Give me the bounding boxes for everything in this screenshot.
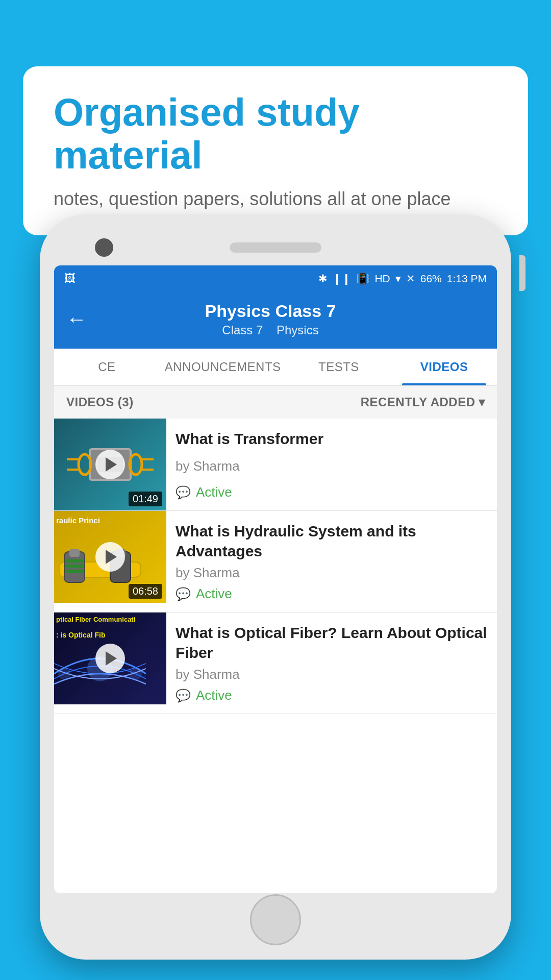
signal-icon: ❙❙ [333,273,351,285]
optical-text-overlay-1: ptical Fiber Communicati [56,616,166,624]
status-bar: 🖼 ✱ ❙❙ 📳 HD ▾ ✕ 66% 1:13 PM [54,265,497,292]
video-item-hydraulic[interactable]: raulic Princi [54,511,497,612]
tab-videos-label: VIDEOS [420,360,468,374]
back-arrow-icon: ← [66,308,87,331]
bluetooth-icon: ✱ [318,273,328,285]
vibrate-icon: 📳 [356,273,369,285]
sort-label: RECENTLY ADDED [361,395,475,409]
tab-ce-label: CE [98,360,115,374]
status-chat-icon-3: 💬 [176,689,191,703]
speech-bubble-container: Organised study material notes, question… [23,66,528,235]
status-bar-right: ✱ ❙❙ 📳 HD ▾ ✕ 66% 1:13 PM [318,273,487,285]
video-author-3: by Sharma [176,667,488,682]
video-title-3: What is Optical Fiber? Learn About Optic… [176,623,488,663]
battery-label: 66% [420,273,442,285]
video-thumbnail-1: 01:49 [54,419,166,510]
svg-rect-15 [65,570,84,573]
play-button-2[interactable] [95,542,125,572]
status-label-1: Active [196,484,232,500]
video-duration-1: 01:49 [129,492,162,506]
tab-tests-label: TESTS [318,360,359,374]
status-label-3: Active [196,688,232,703]
speech-bubble-heading: Organised study material [54,91,497,176]
status-bar-left: 🖼 [64,272,76,285]
wifi-icon: ▾ [395,273,401,285]
data-icon: ✕ [406,273,415,285]
speech-bubble-subtext: notes, question papers, solutions all at… [54,188,497,210]
play-triangle-icon-2 [106,550,117,564]
hydraulic-text-overlay: raulic Princi [56,515,100,526]
video-status-1: 💬 Active [176,484,488,500]
play-button-3[interactable] [95,644,125,673]
video-author-1: by Sharma [176,458,488,474]
svg-rect-14 [65,565,84,568]
video-status-2: 💬 Active [176,586,488,602]
tab-announcements-label: ANNOUNCEMENTS [165,360,281,374]
video-item-optical[interactable]: ptical Fiber Communicati : is Optical Fi… [54,612,497,714]
svg-rect-10 [69,549,80,557]
breadcrumb-subject: Physics [277,323,319,337]
phone-camera [95,238,113,257]
header-breadcrumb: Class 7 Physics [97,323,444,337]
svg-point-17 [58,668,70,680]
videos-count: VIDEOS (3) [66,395,134,409]
sort-chevron-icon: ▾ [479,395,485,409]
phone-top [54,230,497,265]
video-list: 01:49 What is Transformer by Sharma 💬 Ac… [54,419,497,714]
time-label: 1:13 PM [447,273,487,285]
svg-rect-13 [65,559,84,562]
video-author-2: by Sharma [176,565,488,581]
video-info-3: What is Optical Fiber? Learn About Optic… [166,612,497,714]
header-title: Physics Class 7 [97,301,444,321]
status-chat-icon-2: 💬 [176,587,191,601]
play-triangle-icon-1 [106,457,117,472]
status-label-2: Active [196,586,232,602]
tab-tests[interactable]: TESTS [286,349,392,385]
video-title-2: What is Hydraulic System and its Advanta… [176,521,488,561]
status-chat-icon-1: 💬 [176,485,191,500]
speech-bubble: Organised study material notes, question… [23,66,528,235]
sort-button[interactable]: RECENTLY ADDED ▾ [361,395,485,409]
video-info-1: What is Transformer by Sharma 💬 Active [166,419,497,510]
video-thumbnail-3: ptical Fiber Communicati : is Optical Fi… [54,612,166,704]
phone-frame: 🖼 ✱ ❙❙ 📳 HD ▾ ✕ 66% 1:13 PM ← Physics Cl… [40,214,511,960]
app-header: ← Physics Class 7 Class 7 Physics [54,292,497,349]
breadcrumb-class: Class 7 [222,323,263,337]
header-text: Physics Class 7 Class 7 Physics [97,301,444,337]
videos-header: VIDEOS (3) RECENTLY ADDED ▾ [54,386,497,419]
play-triangle-icon-3 [106,651,117,666]
video-item-transformer[interactable]: 01:49 What is Transformer by Sharma 💬 Ac… [54,419,497,511]
tab-announcements[interactable]: ANNOUNCEMENTS [160,349,286,385]
svg-point-18 [130,668,142,680]
tab-ce[interactable]: CE [54,349,160,385]
play-button-1[interactable] [95,450,125,479]
phone-side-button [519,255,525,291]
video-thumbnail-2: raulic Princi [54,511,166,603]
tab-videos[interactable]: VIDEOS [391,349,497,385]
hd-label: HD [374,273,390,285]
tab-bar: CE ANNOUNCEMENTS TESTS VIDEOS [54,349,497,386]
video-status-3: 💬 Active [176,688,488,703]
video-info-2: What is Hydraulic System and its Advanta… [166,511,497,612]
video-duration-2: 06:58 [129,584,162,599]
video-title-1: What is Transformer [176,429,488,449]
notification-icon: 🖼 [64,272,76,285]
phone-speaker [230,242,321,253]
phone-screen: 🖼 ✱ ❙❙ 📳 HD ▾ ✕ 66% 1:13 PM ← Physics Cl… [54,265,497,893]
phone-home-button[interactable] [250,894,301,945]
back-button[interactable]: ← [66,308,87,331]
